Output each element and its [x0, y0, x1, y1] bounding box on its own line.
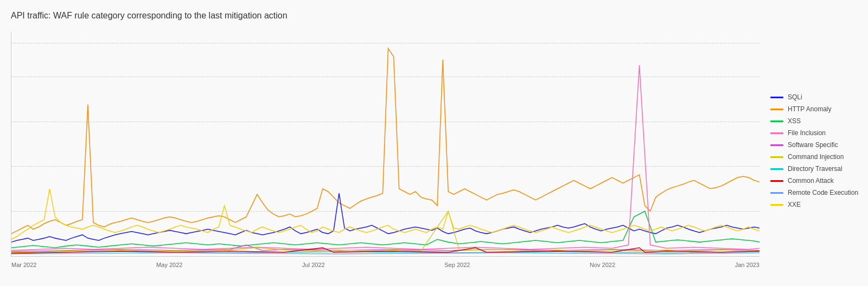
- legend-color-software-specific: [770, 144, 783, 146]
- legend-item-directory-traversal: Directory Traversal: [770, 165, 868, 173]
- legend-item-xxe: XXE: [770, 201, 868, 208]
- xss-line: [11, 211, 760, 247]
- x-label-mar2022: Mar 2022: [11, 262, 36, 268]
- legend-label-directory-traversal: Directory Traversal: [788, 165, 843, 173]
- x-label-may2022: May 2022: [156, 262, 182, 268]
- chart-container: API traffic: WAF rule category correspon…: [0, 0, 868, 286]
- http-anomaly-line: [11, 48, 760, 234]
- legend-item-sqli: SQLi: [770, 93, 868, 101]
- legend-item-remote-code-execution: Remote Code Execution: [770, 189, 868, 196]
- remote-code-execution-line: [11, 253, 760, 254]
- chart-area: Mar 2022 May 2022 Jul 2022 Sep 2022 Nov …: [11, 31, 868, 270]
- legend-label-command-injection: Command Injection: [788, 153, 844, 161]
- legend-label-sqli: SQLi: [788, 93, 802, 101]
- legend-label-xss: XSS: [788, 117, 801, 125]
- legend-color-xxe: [770, 204, 783, 206]
- plot-area: Mar 2022 May 2022 Jul 2022 Sep 2022 Nov …: [11, 31, 760, 257]
- legend-item-file-inclusion: File Inclusion: [770, 129, 868, 137]
- x-axis-labels: Mar 2022 May 2022 Jul 2022 Sep 2022 Nov …: [11, 259, 760, 268]
- legend-label-remote-code-execution: Remote Code Execution: [788, 189, 858, 196]
- legend-item-command-injection: Command Injection: [770, 153, 868, 161]
- legend-color-command-injection: [770, 156, 783, 158]
- x-label-jan2023: Jan 2023: [735, 262, 760, 268]
- chart-legend: SQLi HTTP Anomaly XSS File Inclusion Sof…: [760, 31, 868, 270]
- legend-label-common-attack: Common Attack: [788, 177, 834, 185]
- legend-label-http-anomaly: HTTP Anomaly: [788, 105, 831, 113]
- legend-color-http-anomaly: [770, 109, 783, 110]
- x-label-nov2022: Nov 2022: [590, 262, 615, 268]
- legend-color-xss: [770, 120, 783, 122]
- chart-svg: [11, 31, 760, 256]
- legend-label-xxe: XXE: [788, 201, 801, 208]
- legend-item-software-specific: Software Specific: [770, 141, 868, 149]
- legend-color-common-attack: [770, 180, 783, 182]
- legend-color-remote-code-execution: [770, 192, 783, 194]
- legend-label-file-inclusion: File Inclusion: [788, 129, 826, 137]
- chart-title: API traffic: WAF rule category correspon…: [11, 11, 868, 21]
- legend-color-file-inclusion: [770, 132, 783, 134]
- file-inclusion-line: [11, 65, 760, 251]
- legend-label-software-specific: Software Specific: [788, 141, 838, 149]
- legend-color-sqli: [770, 97, 783, 98]
- legend-color-directory-traversal: [770, 168, 783, 170]
- legend-item-xss: XSS: [770, 117, 868, 125]
- legend-item-common-attack: Common Attack: [770, 177, 868, 185]
- legend-item-http-anomaly: HTTP Anomaly: [770, 105, 868, 113]
- x-label-jul2022: Jul 2022: [302, 262, 325, 268]
- x-label-sep2022: Sep 2022: [444, 262, 470, 268]
